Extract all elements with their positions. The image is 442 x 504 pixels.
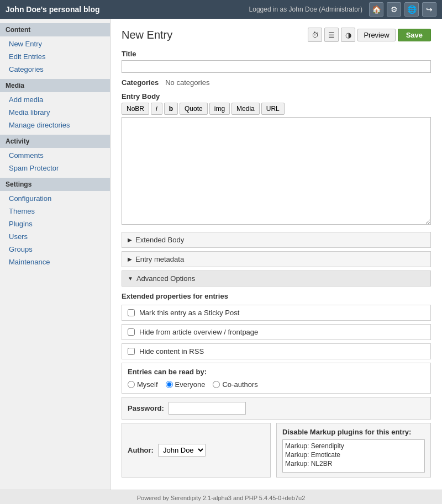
hide-overview-checkbox[interactable]: [128, 328, 135, 336]
hide-rss-checkbox[interactable]: [128, 348, 135, 355]
sidebar-item-users[interactable]: Users: [0, 230, 110, 243]
sidebar-section-activity: Activity Comments Spam Protector: [0, 135, 110, 174]
entry-metadata-header[interactable]: ▶ Entry metadata: [122, 252, 430, 267]
footer-text: Powered by Serendipity 2.1-alpha3 and PH…: [137, 495, 306, 501]
author-section: Author: John Doe: [122, 423, 271, 478]
read-by-everyone-label: Everyone: [175, 380, 206, 389]
sidebar-section-content: Content New Entry Edit Entries Categorie…: [0, 23, 110, 76]
toolbar-quote-button[interactable]: Quote: [180, 103, 208, 115]
sidebar-item-add-media[interactable]: Add media: [0, 93, 110, 106]
advanced-options-section: ▼ Advanced Options: [122, 270, 431, 287]
title-input[interactable]: [122, 60, 431, 73]
bottom-row: Author: John Doe Disable Markup plugins …: [122, 423, 431, 478]
sidebar-item-groups[interactable]: Groups: [0, 243, 110, 256]
entry-body-row: Entry Body NoBR i b Quote img Media URL: [122, 92, 431, 226]
toolbar: NoBR i b Quote img Media URL: [122, 103, 431, 115]
read-by-coauthors: Co-authors: [213, 380, 257, 389]
sidebar-item-plugins[interactable]: Plugins: [0, 217, 110, 230]
read-by-myself-label: Myself: [137, 380, 158, 389]
toolbar-media-button[interactable]: Media: [231, 103, 260, 115]
save-button[interactable]: Save: [398, 29, 431, 41]
toolbar-bold-button[interactable]: b: [164, 103, 178, 115]
entry-metadata-arrow: ▶: [128, 256, 132, 262]
title-label: Title: [122, 50, 431, 58]
sidebar-item-comments[interactable]: Comments: [0, 149, 110, 162]
read-by-myself-radio[interactable]: [128, 381, 135, 388]
page-header: New Entry ⏱ ☰ ◑ Preview Save: [122, 28, 431, 42]
sidebar-content-header: Content: [0, 23, 110, 36]
globe-icon-button[interactable]: 🌐: [404, 2, 419, 17]
sticky-post-row: Mark this entry as a Sticky Post: [122, 305, 431, 321]
author-label: Author:: [128, 446, 154, 454]
password-label: Password:: [128, 404, 164, 412]
header: John Doe's personal blog Logged in as Jo…: [0, 0, 442, 19]
extended-props-title: Extended properties for entries: [122, 292, 431, 300]
markup-item-serendipity: Markup: Serendipity: [285, 442, 422, 450]
sidebar-item-maintenance[interactable]: Maintenance: [0, 256, 110, 268]
read-by-title: Entries can be read by:: [128, 368, 425, 376]
entry-metadata-label: Entry metadata: [135, 255, 184, 263]
sticky-post-checkbox[interactable]: [128, 309, 135, 316]
toolbar-url-button[interactable]: URL: [261, 103, 285, 115]
read-by-section: Entries can be read by: Myself Everyone …: [122, 363, 431, 394]
categories-value: No categories: [165, 78, 209, 87]
password-row: Password:: [122, 397, 431, 420]
sidebar-item-new-entry[interactable]: New Entry: [0, 38, 110, 50]
toolbar-nobr-button[interactable]: NoBR: [122, 103, 149, 115]
page-actions: ⏱ ☰ ◑ Preview Save: [308, 28, 431, 42]
read-by-myself: Myself: [128, 380, 158, 389]
sidebar-item-categories[interactable]: Categories: [0, 63, 110, 76]
header-right: Logged in as John Doe (Administrator) 🏠 …: [249, 2, 436, 17]
site-title: John Doe's personal blog: [6, 5, 100, 14]
extended-body-arrow: ▶: [128, 237, 132, 243]
entry-body-label: Entry Body: [122, 92, 431, 100]
read-by-coauthors-radio[interactable]: [213, 381, 220, 388]
sidebar-item-spam-protector[interactable]: Spam Protector: [0, 162, 110, 174]
read-by-everyone-radio[interactable]: [166, 381, 173, 388]
markup-list[interactable]: Markup: Serendipity Markup: Emoticate Ma…: [282, 439, 425, 473]
toolbar-italic-button[interactable]: i: [151, 103, 162, 115]
read-by-radio-group: Myself Everyone Co-authors: [128, 380, 425, 389]
toolbar-img-button[interactable]: img: [209, 103, 230, 115]
password-input[interactable]: [169, 402, 246, 415]
author-select[interactable]: John Doe: [158, 444, 206, 457]
sidebar-item-manage-directories[interactable]: Manage directories: [0, 119, 110, 131]
hide-overview-label: Hide from article overview / frontpage: [139, 328, 258, 336]
read-by-everyone: Everyone: [166, 380, 206, 389]
home-icon-button[interactable]: 🏠: [369, 2, 383, 17]
sidebar-item-media-library[interactable]: Media library: [0, 106, 110, 119]
sidebar-activity-header: Activity: [0, 135, 110, 148]
advanced-options-arrow: ▼: [128, 275, 133, 282]
settings-icon-button[interactable]: ⚙: [387, 2, 401, 17]
hide-rss-label: Hide content in RSS: [139, 347, 204, 356]
sticky-post-label: Mark this entry as a Sticky Post: [139, 309, 239, 317]
extended-body-section: ▶ Extended Body: [122, 232, 431, 248]
categories-label: Categories: [122, 78, 159, 87]
markup-title: Disable Markup plugins for this entry:: [282, 428, 425, 436]
sidebar: Content New Entry Edit Entries Categorie…: [0, 19, 110, 490]
read-by-coauthors-label: Co-authors: [222, 380, 257, 389]
extended-body-header[interactable]: ▶ Extended Body: [122, 232, 430, 247]
categories-row: Categories No categories: [122, 78, 431, 87]
hide-rss-row: Hide content in RSS: [122, 343, 431, 359]
preview-button[interactable]: Preview: [357, 29, 395, 41]
markup-section: Disable Markup plugins for this entry: M…: [276, 423, 431, 478]
clock-icon-button[interactable]: ⏱: [308, 28, 322, 42]
logged-in-text: Logged in as John Doe (Administrator): [249, 6, 362, 13]
sidebar-item-configuration[interactable]: Configuration: [0, 192, 110, 205]
logout-icon-button[interactable]: ↪: [422, 2, 436, 17]
sidebar-item-edit-entries[interactable]: Edit Entries: [0, 50, 110, 63]
entry-metadata-section: ▶ Entry metadata: [122, 251, 431, 267]
title-row: Title: [122, 50, 431, 73]
list-icon-button[interactable]: ☰: [324, 28, 339, 42]
sidebar-media-header: Media: [0, 79, 110, 92]
entry-body-textarea[interactable]: [122, 117, 431, 225]
sidebar-settings-header: Settings: [0, 178, 110, 191]
advanced-options-header[interactable]: ▼ Advanced Options: [122, 271, 430, 286]
advanced-options-label: Advanced Options: [136, 274, 195, 283]
sidebar-item-themes[interactable]: Themes: [0, 205, 110, 217]
layout: Content New Entry Edit Entries Categorie…: [0, 19, 442, 490]
footer: Powered by Serendipity 2.1-alpha3 and PH…: [0, 490, 442, 504]
main-content: New Entry ⏱ ☰ ◑ Preview Save Title Categ…: [110, 19, 442, 490]
toggle-icon-button[interactable]: ◑: [341, 28, 355, 42]
